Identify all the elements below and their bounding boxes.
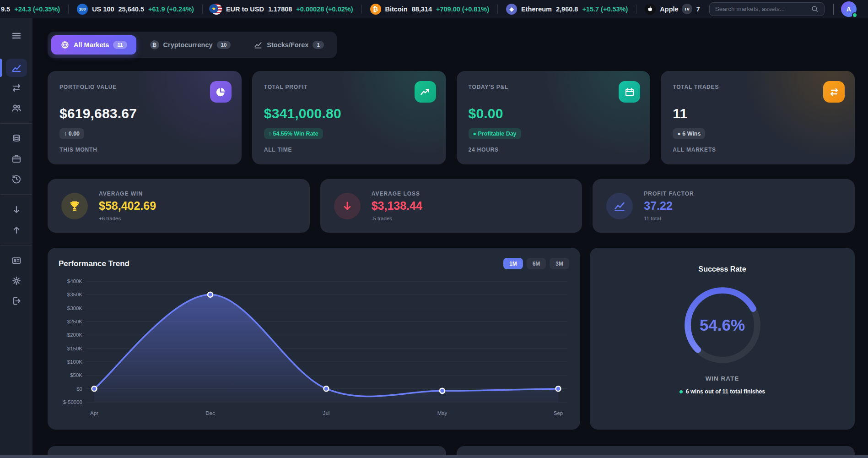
- portfolio-value-card: PORTFOLIO VALUE $619,683.67 ↑ 0.00 THIS …: [48, 71, 242, 164]
- avatar-initial: A: [846, 5, 851, 13]
- search-icon: [811, 5, 819, 13]
- sidebar-item-logout[interactable]: [0, 291, 32, 311]
- card-value: 11: [673, 106, 843, 121]
- range-button-3m[interactable]: 3M: [550, 258, 569, 269]
- svg-text:$200K: $200K: [67, 332, 83, 338]
- main-content: All Markets 11 ₿ Cryptocurrency 10 Stock…: [32, 18, 868, 458]
- ticker-item-ethereum[interactable]: ◆ Ethereum 2,960.8 +15.7 (+0.53%): [498, 4, 636, 15]
- market-search[interactable]: [709, 2, 825, 16]
- search-input[interactable]: [715, 5, 811, 12]
- metric-value: $58,402.69: [99, 199, 156, 213]
- eur-usd-flag-icon: [211, 4, 222, 15]
- ticker-bar: 9.5 +24.3 (+0.35%) 100 US 100 25,640.5 +…: [0, 0, 868, 18]
- card-footer: ALL MARKETS: [673, 147, 843, 153]
- svg-text:Apr: Apr: [90, 410, 98, 416]
- ticker-item-us100[interactable]: 100 US 100 25,640.5 +61.9 (+0.24%): [69, 4, 202, 15]
- ticker-change: +709.00 (+0.81%): [436, 5, 489, 13]
- card-label: PORTFOLIO VALUE: [59, 84, 230, 90]
- card-label: TODAY'S P&L: [469, 84, 639, 90]
- sidebar-divider: [0, 245, 32, 245]
- range-button-6m[interactable]: 6M: [527, 258, 546, 269]
- card-value: $341,000.80: [264, 106, 434, 121]
- ticker-item-partial[interactable]: 9.5 +24.3 (+0.35%): [0, 5, 68, 13]
- success-rate-card: Success Rate 54.6%: [590, 248, 855, 430]
- arrow-down-icon: [334, 193, 361, 219]
- topbar-separator: [833, 4, 834, 15]
- card-value: $0.00: [469, 106, 639, 121]
- ticker-symbol: Bitcoin: [385, 5, 408, 13]
- sidebar-item-history[interactable]: [0, 169, 32, 189]
- svg-text:May: May: [437, 410, 447, 416]
- history-icon: [11, 174, 22, 185]
- swap-arrows-icon: [823, 81, 845, 103]
- tab-label: Cryptocurrency: [163, 41, 213, 49]
- ticker-item-eurusd[interactable]: EUR to USD 1.17808 +0.00028 (+0.02%): [203, 4, 361, 15]
- metric-value: 37.22: [644, 199, 694, 213]
- ticker-change: +15.7 (+0.53%): [582, 5, 628, 13]
- win-rate-donut: 54.6%: [679, 282, 766, 369]
- arrow-up-icon: [11, 224, 22, 235]
- chart-title: Performance Trend: [59, 259, 129, 268]
- sidebar-item-portfolio[interactable]: [0, 149, 32, 169]
- horizontal-scrollbar[interactable]: [0, 455, 868, 458]
- card-footer: ALL TIME: [264, 147, 434, 153]
- card-label: TOTAL PROFIT: [264, 84, 434, 90]
- ethereum-icon: ◆: [506, 4, 517, 15]
- profit-factor-card: PROFIT FACTOR 37.22 11 total: [593, 179, 855, 233]
- card-footer: 24 HOURS: [469, 147, 639, 153]
- total-trades-card: TOTAL TRADES 11 ● 6 Wins ALL MARKETS: [661, 71, 855, 164]
- market-tabs: All Markets 11 ₿ Cryptocurrency 10 Stock…: [48, 32, 337, 58]
- briefcase-icon: [11, 153, 22, 164]
- tradingview-logo-icon: TV: [682, 4, 692, 14]
- range-button-1m[interactable]: 1M: [503, 258, 523, 269]
- sidebar-item-deposit[interactable]: [0, 200, 32, 220]
- sidebar-divider: [0, 123, 32, 124]
- hamburger-icon: [11, 30, 22, 41]
- tab-count-badge: 1: [313, 41, 323, 49]
- average-loss-card: AVERAGE LOSS $3,138.44 -5 trades: [320, 179, 582, 233]
- ticker-symbol: Ethereum: [521, 5, 552, 13]
- sidebar-item-community[interactable]: [0, 98, 32, 118]
- sidebar-item-settings[interactable]: [0, 271, 32, 291]
- teal-dot-icon: [679, 390, 683, 393]
- tab-stocks-forex[interactable]: Stocks/Forex 1: [244, 35, 333, 55]
- svg-text:$250K: $250K: [67, 319, 83, 324]
- ticker-value: 7: [696, 5, 700, 13]
- calendar-icon: [619, 81, 640, 103]
- sidebar-item-dashboard[interactable]: [0, 58, 32, 78]
- ticker-symbol: US 100: [92, 5, 114, 13]
- tab-cryptocurrency[interactable]: ₿ Cryptocurrency 10: [141, 35, 240, 55]
- svg-text:$300K: $300K: [67, 305, 83, 311]
- ticker-value: 25,640.5: [119, 5, 144, 13]
- tab-label: All Markets: [74, 41, 109, 49]
- svg-text:$0: $0: [76, 386, 82, 392]
- ticker-value: 9.5: [1, 5, 10, 13]
- tab-all-markets[interactable]: All Markets 11: [51, 35, 136, 55]
- ticker-item-bitcoin[interactable]: ₿ Bitcoin 88,314 +709.00 (+0.81%): [362, 4, 498, 15]
- metric-label: AVERAGE LOSS: [372, 191, 422, 197]
- sidebar: [0, 18, 32, 458]
- metric-value: $3,138.44: [372, 199, 422, 213]
- svg-text:$50K: $50K: [70, 372, 82, 378]
- card-footer: THIS MONTH: [59, 147, 230, 153]
- svg-text:$-50000: $-50000: [63, 399, 82, 405]
- sidebar-item-withdraw[interactable]: [0, 220, 32, 240]
- tab-label: Stocks/Forex: [267, 41, 308, 49]
- range-selector: 1M 6M 3M: [503, 258, 569, 269]
- sidebar-item-account[interactable]: [0, 251, 32, 271]
- svg-text:$400K: $400K: [67, 278, 83, 284]
- change-badge: ↑ 0.00: [59, 128, 84, 139]
- card-label: TOTAL TRADES: [673, 84, 843, 90]
- sidebar-item-assets[interactable]: [0, 129, 32, 149]
- menu-button[interactable]: [0, 26, 32, 46]
- ticker-item-apple[interactable]: Apple TV 7: [636, 4, 708, 15]
- trend-line-chart: $400K$350K$300K$250K$200K$150K$100K$50K$…: [59, 275, 569, 419]
- svg-text:Sep: Sep: [554, 410, 563, 416]
- globe-icon: [60, 40, 70, 49]
- performance-chart: $400K$350K$300K$250K$200K$150K$100K$50K$…: [59, 275, 569, 420]
- sidebar-item-trades[interactable]: [0, 78, 32, 98]
- gear-icon: [11, 275, 22, 286]
- ticker-change: +61.9 (+0.24%): [148, 5, 194, 13]
- metric-sub: 11 total: [644, 216, 694, 221]
- user-avatar[interactable]: A: [841, 1, 857, 17]
